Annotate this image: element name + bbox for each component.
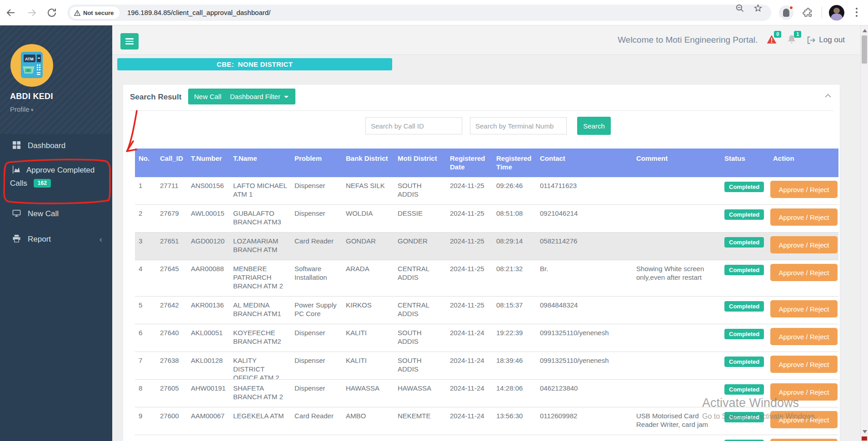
cell-t_number: AAM00067 — [187, 407, 229, 435]
new-call-button[interactable]: New Call — [188, 89, 227, 104]
cell-moti_district: SOUTH ADDIS — [394, 177, 446, 204]
scrollbar-down-arrow[interactable] — [863, 430, 867, 433]
cell-reg_date: 2024-11-25 — [446, 205, 493, 232]
zoom-out-icon[interactable] — [735, 4, 744, 13]
address-bar[interactable]: Not secure 196.189.84.85/client_call_app… — [67, 5, 771, 21]
scrollbar-red-dot — [862, 436, 867, 441]
cell-t_number: AWL00015 — [187, 205, 229, 232]
cell-comment: Showing White screen only,even after res… — [633, 260, 721, 296]
status-badge: Completed — [724, 357, 764, 367]
cell-contact: 0582114276 — [536, 233, 633, 260]
url-text[interactable]: 196.189.84.85/client_call_approval_dashb… — [127, 5, 270, 21]
alerts-badge: 0 — [774, 31, 781, 38]
cell-t_name: LAFTO MICHAEL ATM 1 — [229, 177, 291, 204]
table-row: 727638AKL00128KALITY DISTRICT OFFICE ATM… — [135, 352, 838, 380]
table-row: 827605AHW00191SHAFETA BRANCH ATM 2Dispen… — [135, 380, 838, 407]
approve-reject-button[interactable]: Approve / Reject — [770, 300, 838, 317]
scrollbar-thumb[interactable] — [862, 35, 867, 64]
approve-reject-button[interactable]: Approve / Reject — [770, 181, 838, 198]
cell-reg_date: 2024-11-24 — [446, 324, 493, 352]
menu-toggle-button[interactable] — [120, 33, 139, 50]
table-row: 927600AAM00067LEGEKELA ATMCard ReaderAMB… — [135, 407, 838, 435]
cell-comment — [633, 233, 721, 260]
col-comment: Comment — [633, 149, 721, 177]
col-moti-district: Moti District — [394, 149, 446, 177]
approve-reject-button[interactable]: Approve / Reject — [770, 411, 838, 428]
cell-t_name: KOYEFECHE BRANCH ATM2 — [229, 324, 291, 352]
security-label: Not secure — [83, 10, 114, 16]
page-scrollbar[interactable] — [860, 25, 868, 441]
scrollbar-up-arrow[interactable] — [863, 29, 867, 32]
search-button[interactable]: Search — [577, 117, 611, 135]
cell-contact: 0114711623 — [536, 177, 633, 204]
cell-t_number: AGD00120 — [187, 233, 229, 260]
status-badge: Completed — [724, 237, 764, 248]
cell-no: 7 — [135, 352, 156, 379]
cell-problem: Dispenser — [291, 352, 342, 379]
cell-moti_district: DESSIE — [394, 205, 446, 232]
col-t-name: T.Name — [229, 149, 291, 177]
col-action: Action — [769, 149, 838, 177]
approve-reject-button[interactable]: Approve / Reject — [770, 328, 838, 345]
sidebar-item-report[interactable]: Report ‹ — [0, 233, 112, 246]
approve-reject-button[interactable]: Approve / Reject — [770, 236, 838, 253]
browser-menu-icon[interactable] — [855, 8, 858, 18]
cell-reg_time: 19:22:39 — [493, 324, 536, 352]
cell-problem: Power Supply PC Core — [291, 297, 342, 324]
cell-t_name — [229, 435, 291, 441]
warning-triangle-icon — [74, 10, 80, 16]
extension-button[interactable] — [779, 5, 793, 20]
sidebar-item-approve-completed-calls[interactable]: Approve Completed Calls162 — [0, 164, 112, 190]
cell-comment — [633, 177, 721, 204]
approve-reject-button[interactable]: Approve / Reject — [770, 264, 838, 281]
cell-t_number: AKR00136 — [187, 297, 229, 324]
cell-no: 8 — [135, 380, 156, 407]
table-row: 127711ANS00156LAFTO MICHAEL ATM 1Dispens… — [135, 177, 838, 205]
col-no: No. — [135, 149, 156, 177]
approve-reject-button[interactable]: Approve / Reject — [770, 383, 838, 401]
search-terminal-input[interactable] — [470, 117, 567, 134]
search-result-panel: Search Result New Call Dashboard Filter … — [123, 84, 840, 441]
col-contact: Contact — [536, 149, 633, 177]
cell-comment — [633, 435, 721, 441]
status-badge: Completed — [724, 209, 764, 220]
notifications-icon[interactable]: 1 — [787, 35, 798, 45]
cell-comment — [633, 205, 721, 232]
panel-collapse-icon[interactable] — [824, 92, 832, 97]
browser-reload-icon[interactable] — [46, 7, 57, 18]
cell-no: 1 — [135, 177, 156, 204]
status-badge: Completed — [724, 265, 764, 275]
area-chart-icon — [12, 165, 21, 174]
cell-bank_district: NEFAS SILK — [342, 177, 394, 204]
bookmark-star-icon[interactable] — [753, 4, 763, 13]
alerts-icon[interactable]: 0 — [767, 35, 778, 45]
district-banner: CBE: NONE DISTRICT — [117, 58, 392, 70]
profile-dropdown[interactable]: Profile — [10, 105, 34, 113]
browser-profile-avatar[interactable] — [829, 5, 844, 20]
sidebar: ATM ABDI KEDI Profile Dashboard Approve … — [0, 25, 112, 441]
cell-bank_district: HAWASSA — [342, 380, 394, 407]
cell-comment — [633, 297, 721, 324]
browser-forward-icon[interactable] — [26, 7, 37, 18]
cell-reg_time — [493, 435, 536, 441]
cell-moti_district: GONDER — [394, 233, 446, 260]
not-secure-chip[interactable]: Not secure — [69, 6, 120, 20]
extensions-puzzle-icon[interactable] — [803, 7, 813, 18]
search-call-id-input[interactable] — [365, 117, 462, 134]
cell-moti_district — [394, 435, 446, 441]
sidebar-item-dashboard[interactable]: Dashboard — [0, 139, 112, 152]
browser-back-icon[interactable] — [5, 7, 16, 18]
welcome-text: Welcome to Moti Engineering Portal. — [618, 35, 758, 45]
cell-problem: Dispenser — [291, 380, 342, 407]
sidebar-item-new-call[interactable]: New Call — [0, 207, 112, 220]
top-navbar: Welcome to Moti Engineering Portal. 0 1 … — [112, 25, 860, 55]
cell-bank_district: AMBO — [342, 407, 394, 435]
dashboard-filter-dropdown[interactable]: Dashboard Filter — [223, 89, 295, 104]
user-avatar[interactable]: ATM — [10, 44, 53, 87]
logout-button[interactable]: Log out — [807, 35, 845, 45]
cell-t_name: MENBERE PATRIARCH BRANCH ATM 2 — [229, 260, 291, 296]
cell-contact: 0921046214 — [536, 205, 633, 232]
approve-reject-button[interactable]: Approve / Reject — [770, 208, 838, 226]
approve-reject-button[interactable]: Approve / Reject — [770, 356, 838, 373]
approve-reject-button[interactable]: Approve / Reject — [770, 439, 838, 441]
